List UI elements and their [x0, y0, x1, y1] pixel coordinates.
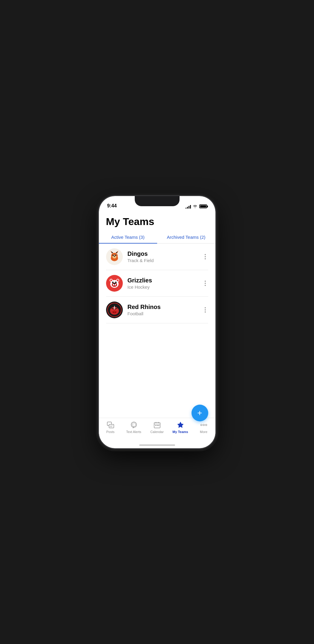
content-area: My Teams Active Teams (3) Archived Teams…	[99, 211, 215, 418]
screen: 9:44 My Teams	[99, 196, 215, 448]
team-item-grizzlies[interactable]: Grizzlies Ice Hockey	[106, 270, 208, 297]
home-bar	[139, 444, 175, 446]
tabs-bar: Active Teams (3) Archived Teams (2)	[99, 231, 215, 244]
red-rhinos-sport: Football	[128, 311, 202, 316]
calendar-icon	[153, 421, 161, 429]
svg-point-12	[114, 256, 115, 257]
svg-point-62	[205, 424, 207, 426]
team-list: Dingos Track & Field	[99, 244, 215, 418]
my-teams-label: My Teams	[172, 430, 188, 434]
svg-point-61	[203, 424, 204, 426]
dingos-name: Dingos	[128, 250, 202, 257]
tab-active-teams[interactable]: Active Teams (3)	[99, 231, 157, 243]
posts-label: Posts	[106, 430, 115, 434]
grizzlies-logo-icon	[107, 276, 122, 291]
page-title: My Teams	[99, 211, 215, 231]
more-icon	[200, 421, 208, 429]
grizzlies-more-button[interactable]	[202, 278, 208, 288]
wifi-icon	[193, 205, 197, 208]
plus-icon: +	[197, 409, 202, 417]
svg-point-11	[116, 255, 116, 255]
nav-item-my-teams[interactable]: My Teams	[169, 421, 192, 434]
svg-point-49	[132, 423, 136, 426]
svg-rect-45	[109, 424, 114, 428]
svg-rect-58	[158, 425, 159, 426]
svg-point-10	[113, 255, 114, 255]
svg-point-42	[115, 312, 116, 313]
dingos-logo-icon	[107, 249, 122, 264]
nav-item-posts[interactable]: Posts	[99, 421, 122, 434]
red-rhinos-info: Red Rhinos Football	[128, 304, 202, 316]
dingos-more-button[interactable]	[202, 252, 208, 262]
team-avatar-grizzlies	[106, 275, 123, 292]
red-rhinos-logo-icon	[107, 302, 122, 317]
dingos-sport: Track & Field	[128, 258, 202, 263]
svg-point-8	[112, 254, 114, 256]
posts-icon	[107, 421, 114, 429]
svg-point-24	[113, 282, 113, 282]
svg-rect-20	[113, 284, 114, 285]
svg-marker-59	[177, 422, 183, 428]
svg-point-60	[200, 424, 202, 426]
svg-point-41	[113, 312, 114, 313]
svg-point-25	[116, 282, 116, 282]
grizzlies-name: Grizzlies	[128, 277, 202, 284]
calendar-label: Calendar	[150, 430, 164, 434]
nav-item-text-alerts[interactable]: ! Text Alerts	[122, 421, 145, 434]
more-label: More	[200, 430, 207, 434]
battery-icon	[199, 204, 207, 208]
svg-point-23	[115, 282, 117, 283]
status-time: 9:44	[107, 203, 117, 209]
svg-point-40	[112, 310, 117, 313]
text-alerts-icon: !	[130, 421, 138, 429]
notch	[135, 196, 180, 206]
svg-point-26	[114, 283, 115, 284]
bottom-navigation: Posts ! Text Alerts	[99, 418, 215, 442]
grizzlies-info: Grizzlies Ice Hockey	[128, 277, 202, 290]
svg-rect-21	[115, 284, 116, 285]
svg-point-17	[110, 279, 112, 281]
my-teams-icon	[177, 421, 184, 429]
phone-frame: 9:44 My Teams	[99, 196, 215, 448]
grizzlies-sport: Ice Hockey	[128, 284, 202, 290]
tab-archived-teams[interactable]: Archived Teams (2)	[157, 231, 215, 243]
add-team-button[interactable]: +	[192, 405, 208, 421]
status-icons	[186, 204, 207, 209]
svg-point-22	[112, 282, 114, 283]
team-avatar-dingos	[106, 248, 123, 265]
svg-text:!: !	[133, 424, 134, 426]
signal-bars-icon	[186, 204, 191, 209]
team-item-red-rhinos[interactable]: Red Rhinos Football	[106, 297, 208, 323]
home-indicator	[99, 442, 215, 448]
nav-item-more[interactable]: More	[192, 421, 215, 434]
svg-point-9	[115, 254, 116, 256]
red-rhinos-more-button[interactable]	[202, 305, 208, 315]
svg-point-18	[117, 279, 119, 281]
nav-item-calendar[interactable]: Calendar	[145, 421, 169, 434]
text-alerts-label: Text Alerts	[126, 430, 141, 434]
team-avatar-red-rhinos	[106, 302, 123, 318]
dingos-info: Dingos Track & Field	[128, 250, 202, 263]
red-rhinos-name: Red Rhinos	[128, 304, 202, 310]
team-item-dingos[interactable]: Dingos Track & Field	[106, 244, 208, 270]
svg-rect-57	[157, 425, 158, 426]
svg-rect-56	[155, 425, 156, 426]
svg-point-37	[116, 309, 117, 310]
